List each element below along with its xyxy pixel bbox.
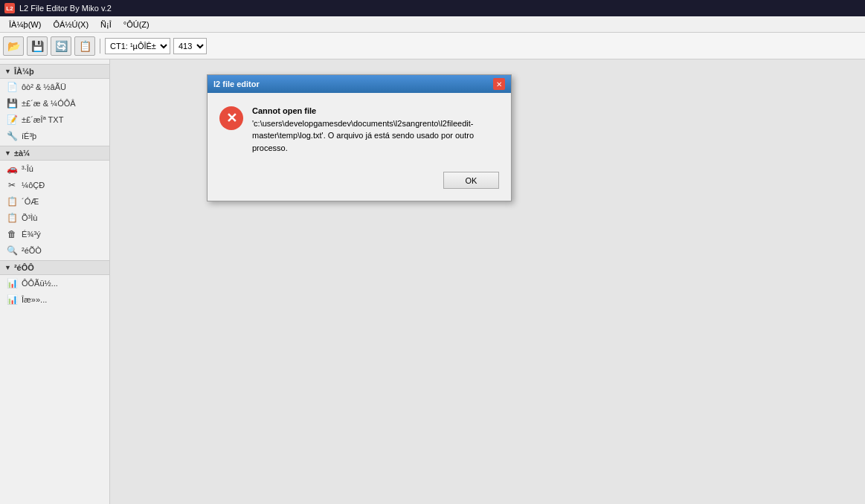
title-bar: L2 L2 File Editor By Miko v.2 [0, 0, 865, 16]
sidebar-item-delete[interactable]: 🗑 É¾³ý [0, 226, 109, 242]
toolbar: 📂 💾 🔄 📋 CT1: ¹µÔÎÊ± 413 [0, 33, 865, 59]
dialog-title-bar: l2 file editor ✕ [208, 75, 511, 93]
dialog-body: ✕ Cannot open file 'c:\users\developgame… [208, 93, 511, 166]
sidebar-group-view[interactable]: ▼ ²éÔÔ [0, 260, 109, 275]
sidebar-item-decode[interactable]: 📄 ôò² & ½âÃÜ [0, 79, 109, 95]
paste-icon: 📋 [6, 212, 18, 224]
copy-icon: 📋 [6, 196, 18, 207]
group2-arrow: ▼ [4, 149, 11, 157]
clipboard-button[interactable]: 📋 [74, 36, 95, 56]
error-icon: ✕ [219, 106, 243, 130]
sidebar-item-cut-label: ¼ôÇÐ [22, 181, 45, 190]
sidebar-item-save-txt[interactable]: 📝 ±£´æÎª TXT [0, 112, 109, 128]
settings-icon: 🔧 [6, 130, 18, 142]
group3-label: ²éÔÔ [14, 263, 34, 272]
menu-view[interactable]: Ñ¡Î [94, 19, 118, 30]
dialog-message: Cannot open file 'c:\users\developgamesd… [252, 105, 499, 154]
menu-file[interactable]: ÎÀ¼þ(W) [3, 19, 47, 30]
undo-icon: 🚗 [6, 163, 18, 175]
save-button[interactable]: 💾 [27, 36, 48, 56]
server-dropdown[interactable]: CT1: ¹µÔÎÊ± [105, 38, 170, 54]
cut-icon: ✂ [6, 179, 18, 191]
app-icon: L2 [4, 3, 15, 13]
error-title: Cannot open file [252, 106, 316, 115]
sidebar-item-save-txt-label: ±£´æÎª TXT [22, 115, 63, 124]
group3-arrow: ▼ [4, 264, 11, 271]
replace-icon: 📊 [6, 294, 18, 306]
sidebar-item-undo-label: ³·Îú [22, 164, 33, 173]
main-layout: ▼ ÎÀ¼þ 📄 ôò² & ½âÃÜ 💾 ±£´æ & ¼ÓÔÂ 📝 ±£´æ… [0, 59, 865, 504]
sidebar-item-undo[interactable]: 🚗 ³·Îú [0, 161, 109, 177]
sidebar-group-files[interactable]: ▼ ÎÀ¼þ [0, 64, 109, 79]
sidebar-item-settings[interactable]: 🔧 íÉ³þ [0, 128, 109, 144]
sidebar-item-delete-label: É¾³ý [22, 230, 41, 239]
sidebar-item-replace[interactable]: 📊 Îæ»»... [0, 291, 109, 308]
dialog-ok-button[interactable]: OK [443, 172, 499, 189]
title-text: L2 File Editor By Miko v.2 [19, 4, 112, 13]
sidebar-item-find[interactable]: 🔍 ²éÕÒ [0, 242, 109, 259]
sidebar-item-rename-label: ÔÔÃü½... [22, 279, 58, 288]
sidebar-item-paste-label: Õ³Ìù [22, 213, 37, 222]
toolbar-separator [100, 39, 100, 54]
decode-icon: 📄 [6, 81, 18, 93]
sidebar-group-edit[interactable]: ▼ ±à¼­ [0, 146, 109, 161]
txt-icon: 📝 [6, 114, 18, 126]
sidebar-item-copy-label: ´ÓÆ [22, 197, 39, 206]
sidebar-item-settings-label: íÉ³þ [22, 132, 36, 140]
group1-label: ÎÀ¼þ [14, 67, 34, 76]
error-details: 'c:\users\developgamesdev\documents\l2sa… [252, 119, 474, 152]
sidebar-item-copy[interactable]: 📋 ´ÓÆ [0, 193, 109, 210]
sidebar-item-rename[interactable]: 📊 ÔÔÃü½... [0, 275, 109, 291]
open-button[interactable]: 📂 [3, 36, 24, 56]
sidebar-item-save[interactable]: 💾 ±£´æ & ¼ÓÔÂ [0, 95, 109, 112]
dialog-title: l2 file editor [213, 80, 260, 88]
version-dropdown[interactable]: 413 [173, 38, 207, 54]
sidebar: ▼ ÎÀ¼þ 📄 ôò² & ½âÃÜ 💾 ±£´æ & ¼ÓÔÂ 📝 ±£´æ… [0, 59, 110, 504]
group2-label: ±à¼­ [14, 149, 30, 158]
dialog-footer: OK [208, 166, 511, 201]
sidebar-item-find-label: ²éÕÒ [22, 246, 42, 255]
sidebar-item-decode-label: ôò² & ½âÃÜ [22, 83, 66, 91]
dialog-close-button[interactable]: ✕ [493, 78, 505, 90]
rename-icon: 📊 [6, 277, 18, 289]
sidebar-item-cut[interactable]: ✂ ¼ôÇÐ [0, 177, 109, 193]
modal-overlay: l2 file editor ✕ ✕ Cannot open file 'c:\… [110, 59, 865, 504]
menu-help[interactable]: °ÔÚ(Z) [118, 19, 155, 30]
sidebar-item-save-label: ±£´æ & ¼ÓÔÂ [22, 99, 76, 108]
delete-icon: 🗑 [6, 228, 18, 240]
error-dialog: l2 file editor ✕ ✕ Cannot open file 'c:\… [207, 74, 512, 201]
sidebar-item-replace-label: Îæ»»... [22, 295, 47, 304]
group1-arrow: ▼ [4, 68, 11, 75]
save-icon: 💾 [6, 97, 18, 109]
find-icon: 🔍 [6, 245, 18, 256]
menu-edit[interactable]: ÔÁ½Ú(X) [47, 19, 94, 30]
menu-bar: ÎÀ¼þ(W) ÔÁ½Ú(X) Ñ¡Î °ÔÚ(Z) [0, 16, 865, 33]
sidebar-item-paste[interactable]: 📋 Õ³Ìù [0, 210, 109, 226]
content-area: l2 file editor ✕ ✕ Cannot open file 'c:\… [110, 59, 865, 504]
reload-button[interactable]: 🔄 [51, 36, 71, 56]
